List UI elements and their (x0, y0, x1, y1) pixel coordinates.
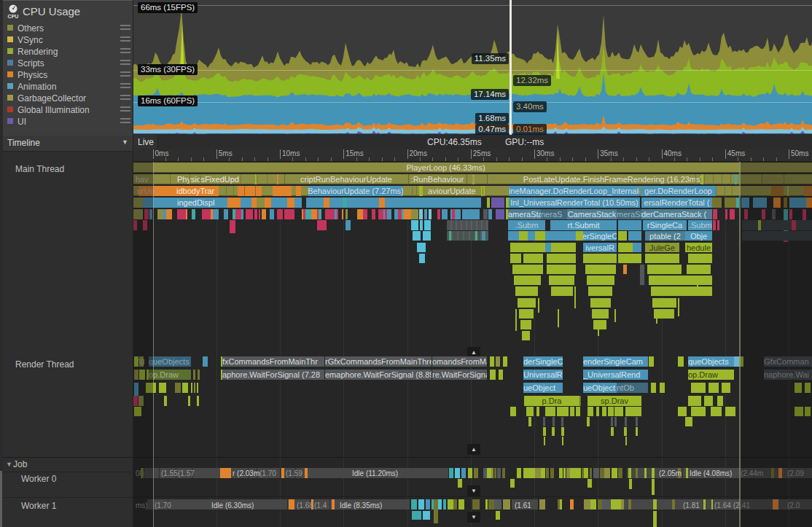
svg-text:CPU: CPU (8, 14, 19, 19)
